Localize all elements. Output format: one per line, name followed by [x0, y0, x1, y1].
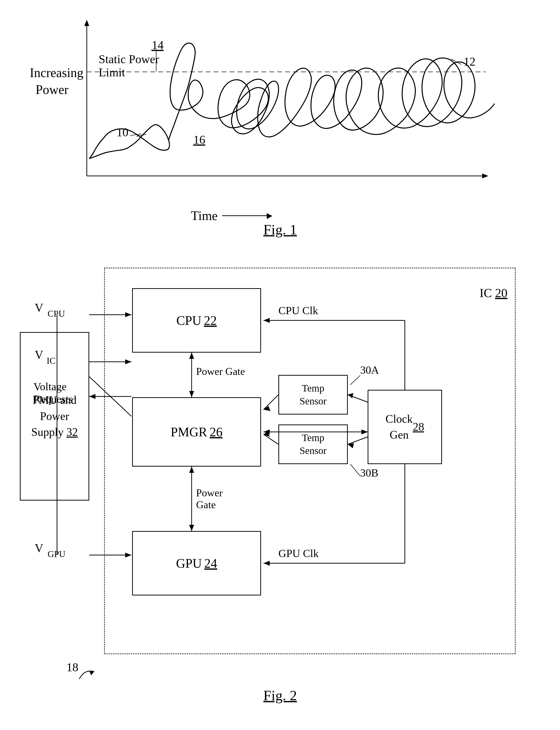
svg-text:GPU: GPU: [48, 549, 65, 559]
svg-text:16: 16: [193, 133, 205, 146]
svg-marker-29: [189, 353, 194, 359]
svg-marker-33: [189, 466, 194, 473]
svg-text:10: 10: [117, 126, 128, 139]
temp-sensor-a-box: TempSensor: [278, 375, 348, 414]
pmu-label: PMU andPowerSupply 32: [31, 392, 78, 440]
svg-marker-71: [89, 671, 94, 675]
svg-marker-28: [189, 391, 194, 397]
svg-marker-1: [84, 20, 89, 26]
svg-text:CPU: CPU: [48, 309, 65, 319]
fig2-container: PMU andPowerSupply 32 IC 20 CPU 22 PMGR …: [20, 253, 540, 704]
svg-text:Power: Power: [196, 487, 223, 498]
pmgr-box: PMGR 26: [132, 397, 261, 466]
clockgen-box: ClockGen 28: [368, 390, 442, 464]
svg-text:12: 12: [464, 55, 475, 68]
svg-line-42: [348, 437, 368, 444]
svg-line-36: [264, 395, 278, 409]
fig1-caption: Fig. 1: [263, 221, 297, 238]
svg-text:Limit: Limit: [99, 66, 125, 79]
svg-marker-46: [361, 429, 368, 434]
svg-text:30A: 30A: [360, 364, 379, 376]
svg-line-14: [130, 134, 141, 136]
gpu-box: GPU 24: [132, 531, 261, 595]
svg-line-38: [264, 434, 278, 444]
svg-marker-3: [482, 174, 488, 178]
x-axis-label: Time: [191, 208, 272, 223]
svg-marker-39: [264, 432, 270, 437]
svg-line-40: [348, 395, 368, 402]
ic-box: IC 20 CPU 22 PMGR 26 GPU 24 ClockGen 28 …: [104, 268, 516, 654]
svg-text:Static Power: Static Power: [99, 53, 159, 66]
svg-text:V: V: [35, 541, 43, 554]
svg-marker-37: [264, 406, 270, 411]
svg-marker-45: [264, 429, 270, 434]
svg-line-15: [451, 59, 461, 64]
pmu-box: PMU andPowerSupply 32: [20, 332, 89, 500]
temp-sensor-b-box: TempSensor: [278, 424, 348, 464]
fig1-container: IncreasingPower: [30, 15, 531, 238]
ic-label: IC 20: [480, 286, 508, 300]
svg-text:GPU Clk: GPU Clk: [278, 547, 319, 559]
svg-marker-32: [189, 525, 194, 531]
label-18: 18: [66, 660, 78, 674]
svg-text:V: V: [35, 301, 43, 314]
svg-text:14: 14: [152, 38, 164, 52]
svg-marker-43: [348, 443, 354, 448]
fig2-caption: Fig. 2: [263, 687, 297, 704]
svg-text:Power Gate: Power Gate: [196, 366, 245, 377]
page: IncreasingPower: [0, 0, 560, 730]
svg-text:30B: 30B: [360, 467, 378, 479]
fig1-svg: Static Power Limit 14 16 10 12: [30, 15, 531, 238]
svg-marker-41: [348, 393, 353, 398]
x-axis-text: Time: [191, 208, 218, 223]
svg-marker-18: [264, 318, 270, 323]
svg-line-50: [350, 464, 360, 476]
y-axis-label: IncreasingPower: [30, 64, 74, 98]
svg-marker-65: [89, 394, 95, 399]
svg-line-48: [350, 375, 360, 385]
svg-text:CPU Clk: CPU Clk: [278, 305, 318, 317]
cpu-box: CPU 22: [132, 288, 261, 353]
svg-marker-21: [264, 561, 270, 566]
svg-line-12: [136, 134, 146, 136]
svg-text:Gate: Gate: [196, 499, 216, 510]
